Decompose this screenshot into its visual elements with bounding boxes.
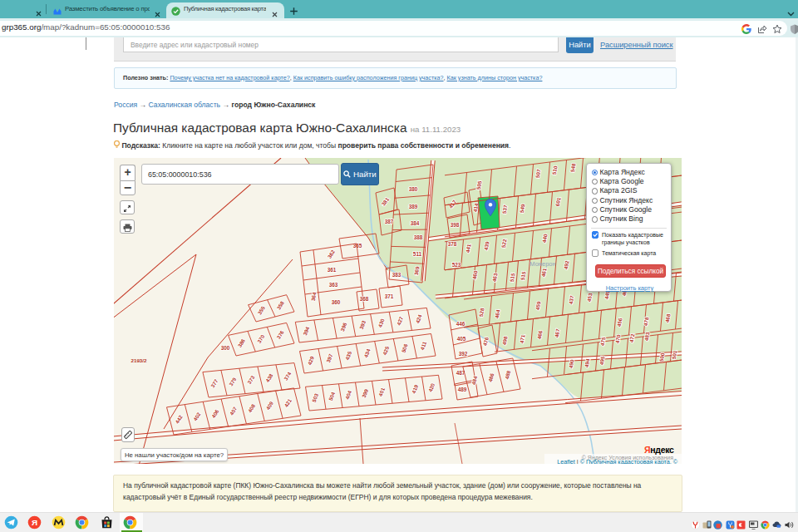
svg-text:383: 383 (392, 272, 401, 278)
svg-text:378: 378 (448, 241, 457, 247)
svg-text:384: 384 (411, 220, 420, 226)
svg-text:Я: Я (32, 518, 37, 527)
svg-text:Монерон: Монерон (530, 260, 555, 268)
svg-text:489: 489 (458, 387, 467, 392)
svg-text:405: 405 (457, 336, 466, 342)
svg-text:387: 387 (385, 219, 394, 224)
svg-text:511: 511 (413, 251, 422, 257)
svg-text:365: 365 (353, 243, 362, 249)
svg-text:2193/2: 2193/2 (131, 357, 147, 363)
svg-text:380: 380 (409, 186, 418, 192)
svg-text:360: 360 (332, 299, 341, 305)
svg-text:392: 392 (459, 351, 468, 357)
svg-text:398: 398 (451, 222, 460, 228)
svg-text:363: 363 (329, 282, 338, 288)
svg-text:388: 388 (414, 234, 423, 240)
svg-text:368: 368 (360, 296, 369, 302)
svg-text:446: 446 (456, 321, 466, 327)
svg-text:300: 300 (221, 345, 230, 351)
svg-text:371: 371 (385, 293, 394, 299)
svg-text:523: 523 (452, 262, 461, 268)
svg-text:361: 361 (328, 267, 337, 273)
svg-text:389: 389 (409, 204, 418, 209)
